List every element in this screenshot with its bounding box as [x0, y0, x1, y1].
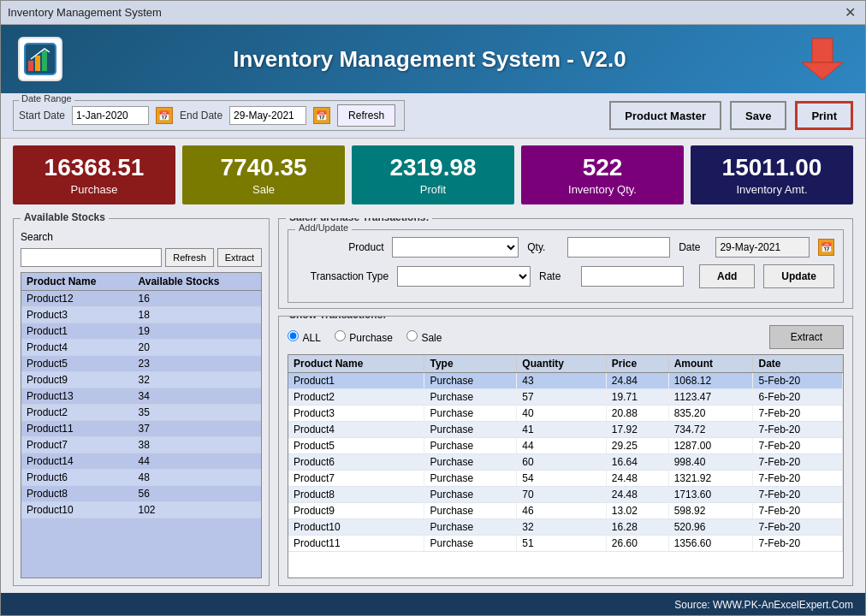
- profit-value: 2319.98: [389, 154, 476, 181]
- transaction-cell: Product4: [288, 422, 424, 438]
- inventory-qty-value: 522: [583, 154, 623, 181]
- transaction-row[interactable]: Product3Purchase4020.88835.207-Feb-20: [288, 406, 843, 422]
- transaction-cell: 7-Feb-20: [753, 406, 843, 422]
- stock-table-cell: 19: [133, 323, 262, 340]
- radio-sale-label[interactable]: Sale: [406, 329, 442, 345]
- date-input[interactable]: [715, 237, 810, 258]
- stock-table-row[interactable]: Product235: [21, 405, 261, 421]
- header-title: Inventory Management System - V2.0: [76, 46, 783, 73]
- radio-all-label[interactable]: ALL: [288, 329, 321, 345]
- radio-purchase-label[interactable]: Purchase: [335, 329, 393, 345]
- stock-table-row[interactable]: Product648: [21, 470, 261, 486]
- date-range-group: Date Range Start Date 📅 End Date 📅 Refre…: [13, 100, 405, 131]
- close-button[interactable]: ✕: [841, 4, 858, 21]
- radio-sale[interactable]: [406, 330, 418, 341]
- sale-stat-card: 7740.35 Sale: [182, 145, 345, 204]
- stock-table-cell: 32: [133, 372, 262, 388]
- transaction-cell: 7-Feb-20: [753, 422, 843, 438]
- transaction-cell: Purchase: [424, 503, 517, 519]
- stock-table-row[interactable]: Product1334: [21, 388, 261, 405]
- stock-table-cell: Product3: [21, 307, 133, 323]
- product-label: Product: [297, 241, 383, 253]
- radio-purchase[interactable]: [335, 330, 346, 341]
- transaction-cell: 1713.60: [668, 487, 753, 503]
- stock-table-cell: Product10: [21, 502, 133, 518]
- transaction-cell: Purchase: [424, 536, 517, 552]
- end-date-calendar-icon[interactable]: 📅: [313, 107, 330, 124]
- extract-button-stocks[interactable]: Extract: [217, 248, 262, 267]
- svg-marker-5: [802, 62, 843, 80]
- transaction-cell: 41: [517, 422, 606, 438]
- save-button[interactable]: Save: [730, 101, 786, 130]
- transaction-cell: 32: [517, 519, 606, 536]
- extract-button-transactions[interactable]: Extract: [769, 325, 844, 349]
- stock-table-row[interactable]: Product119: [21, 323, 261, 340]
- transaction-row[interactable]: Product2Purchase5719.711123.476-Feb-20: [288, 389, 843, 406]
- sale-label: Sale: [252, 183, 275, 196]
- product-select[interactable]: [392, 237, 519, 258]
- transaction-cell: 1068.12: [668, 373, 753, 389]
- trans-col-amount: Amount: [668, 355, 753, 373]
- profit-stat-card: 2319.98 Profit: [352, 145, 514, 204]
- date-form-label: Date: [679, 241, 707, 253]
- transaction-cell: 734.72: [668, 422, 753, 438]
- end-date-input[interactable]: [229, 106, 306, 125]
- available-stocks-label: Available Stocks: [21, 211, 109, 223]
- transaction-type-label: Transaction Type: [297, 270, 389, 282]
- start-date-calendar-icon[interactable]: 📅: [156, 107, 173, 124]
- print-button[interactable]: Print: [795, 101, 853, 130]
- search-input[interactable]: [21, 248, 162, 267]
- transaction-row[interactable]: Product10Purchase3216.28520.967-Feb-20: [288, 519, 843, 536]
- transaction-row[interactable]: Product8Purchase7024.481713.607-Feb-20: [288, 487, 843, 503]
- inventory-qty-stat-card: 522 Inventory Qty.: [521, 145, 684, 204]
- transaction-row[interactable]: Product1Purchase4324.841068.125-Feb-20: [288, 373, 843, 389]
- transaction-row[interactable]: Product7Purchase5424.481321.927-Feb-20: [288, 471, 843, 487]
- radio-all[interactable]: [288, 330, 299, 341]
- transaction-cell: 835.20: [668, 406, 753, 422]
- refresh-button-stocks[interactable]: Refresh: [165, 248, 214, 267]
- stock-table-cell: 102: [133, 502, 262, 518]
- stock-table-cell: 48: [133, 470, 262, 486]
- transaction-date-calendar-icon[interactable]: 📅: [818, 239, 834, 256]
- transaction-row[interactable]: Product11Purchase5126.601356.607-Feb-20: [288, 536, 843, 552]
- stock-table-row[interactable]: Product420: [21, 340, 261, 356]
- transaction-cell: Purchase: [424, 519, 517, 536]
- stock-table-row[interactable]: Product523: [21, 356, 261, 372]
- transaction-row[interactable]: Product4Purchase4117.92734.727-Feb-20: [288, 422, 843, 438]
- stock-table-row[interactable]: Product10102: [21, 502, 261, 518]
- stock-table-row[interactable]: Product738: [21, 437, 261, 453]
- transaction-type-select[interactable]: [397, 266, 531, 287]
- transaction-cell: Purchase: [424, 389, 517, 406]
- add-button[interactable]: Add: [699, 264, 755, 288]
- radio-purchase-text: Purchase: [349, 332, 393, 344]
- start-date-input[interactable]: [72, 106, 149, 125]
- transaction-cell: 70: [517, 487, 606, 503]
- product-master-button[interactable]: Product Master: [609, 101, 721, 130]
- qty-input[interactable]: [567, 237, 670, 258]
- transaction-cell: 19.71: [606, 389, 668, 406]
- transaction-cell: Product10: [288, 519, 424, 536]
- svg-rect-2: [35, 56, 40, 71]
- transaction-cell: 24.48: [606, 487, 668, 503]
- stock-table-cell: 34: [133, 388, 262, 405]
- rate-input[interactable]: [581, 266, 684, 287]
- stock-table-row[interactable]: Product1216: [21, 291, 261, 307]
- stock-table-row[interactable]: Product318: [21, 307, 261, 323]
- update-button[interactable]: Update: [763, 264, 834, 288]
- refresh-button-toolbar[interactable]: Refresh: [337, 104, 395, 127]
- stock-table-row[interactable]: Product856: [21, 486, 261, 502]
- transaction-row[interactable]: Product5Purchase4429.251287.007-Feb-20: [288, 438, 843, 454]
- inventory-amt-label: Inventory Amt.: [736, 183, 807, 196]
- stock-table-cell: Product12: [21, 291, 133, 307]
- svg-rect-1: [28, 61, 33, 71]
- stock-table-row[interactable]: Product1444: [21, 453, 261, 470]
- transactions-table: Product Name Type Quantity Price Amount …: [288, 354, 844, 578]
- add-update-label: Add/Update: [295, 222, 352, 233]
- transaction-cell: Purchase: [424, 373, 517, 389]
- stock-table-row[interactable]: Product1137: [21, 421, 261, 437]
- stock-table-cell: Product9: [21, 372, 133, 388]
- transaction-row[interactable]: Product9Purchase4613.02598.927-Feb-20: [288, 503, 843, 519]
- stock-table-row[interactable]: Product932: [21, 372, 261, 388]
- transaction-row[interactable]: Product6Purchase6016.64998.407-Feb-20: [288, 454, 843, 471]
- qty-label: Qty.: [527, 241, 559, 253]
